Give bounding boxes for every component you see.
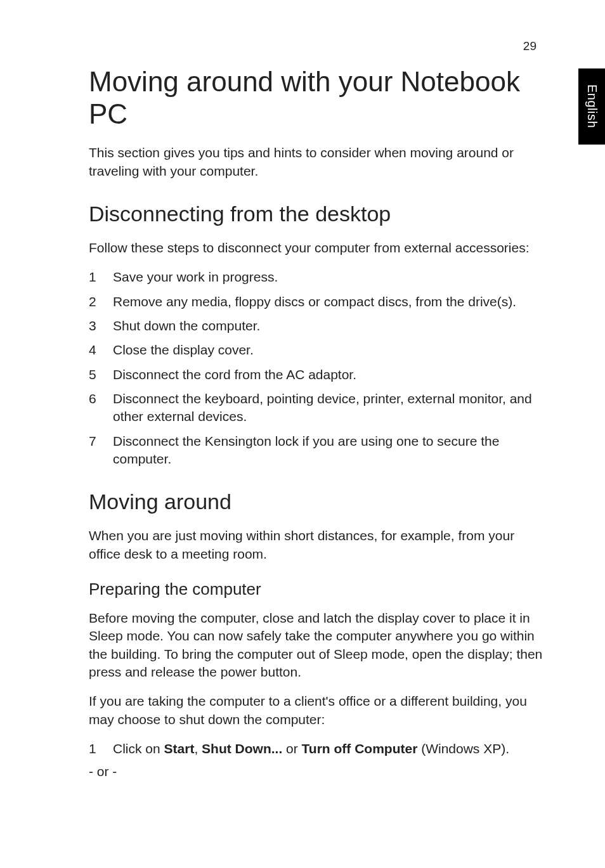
step-text: Save your work in progress. <box>113 268 544 286</box>
step-number: 2 <box>89 293 113 311</box>
text-fragment: , <box>194 741 202 756</box>
step-text: Remove any media, floppy discs or compac… <box>113 293 544 311</box>
step-text: Disconnect the cord from the AC adaptor. <box>113 366 544 384</box>
list-item: 1 Click on Start, Shut Down... or Turn o… <box>89 740 544 758</box>
section-heading-disconnect: Disconnecting from the desktop <box>89 202 544 226</box>
step-text: Click on Start, Shut Down... or Turn off… <box>113 740 544 758</box>
list-item: 5 Disconnect the cord from the AC adapto… <box>89 366 544 384</box>
disconnect-steps-list: 1 Save your work in progress. 2 Remove a… <box>89 268 544 468</box>
moving-lead: When you are just moving within short di… <box>89 527 544 563</box>
intro-paragraph: This section gives you tips and hints to… <box>89 144 544 180</box>
step-text: Disconnect the Kensington lock if you ar… <box>113 432 544 469</box>
disconnect-lead: Follow these steps to disconnect your co… <box>89 239 544 257</box>
step-number: 7 <box>89 432 113 469</box>
list-item: 4 Close the display cover. <box>89 341 544 359</box>
bold-text: Turn off Computer <box>302 741 418 756</box>
step-text: Shut down the computer. <box>113 317 544 335</box>
or-separator: - or - <box>89 764 544 779</box>
section-heading-moving: Moving around <box>89 489 544 514</box>
step-text: Disconnect the keyboard, pointing device… <box>113 390 544 426</box>
page-number: 29 <box>523 39 537 53</box>
language-tab: English <box>578 68 605 145</box>
list-item: 3 Shut down the computer. <box>89 317 544 335</box>
bold-text: Shut Down... <box>202 741 282 756</box>
page-title: Moving around with your Notebook PC <box>89 66 544 130</box>
step-number: 3 <box>89 317 113 335</box>
shutdown-steps-list: 1 Click on Start, Shut Down... or Turn o… <box>89 740 544 758</box>
document-page: 29 English Moving around with your Noteb… <box>0 0 605 868</box>
preparing-paragraph-1: Before moving the computer, close and la… <box>89 609 544 681</box>
list-item: 2 Remove any media, floppy discs or comp… <box>89 293 544 311</box>
text-fragment: (Windows XP). <box>417 741 509 756</box>
preparing-paragraph-2: If you are taking the computer to a clie… <box>89 692 544 729</box>
list-item: 6 Disconnect the keyboard, pointing devi… <box>89 390 544 426</box>
list-item: 7 Disconnect the Kensington lock if you … <box>89 432 544 469</box>
page-content: Moving around with your Notebook PC This… <box>89 66 544 779</box>
step-number: 1 <box>89 740 113 758</box>
subsection-heading-preparing: Preparing the computer <box>89 580 544 599</box>
step-number: 1 <box>89 268 113 286</box>
text-fragment: Click on <box>113 741 164 756</box>
text-fragment: or <box>282 741 301 756</box>
step-number: 4 <box>89 341 113 359</box>
step-number: 5 <box>89 366 113 384</box>
bold-text: Start <box>164 741 195 756</box>
step-number: 6 <box>89 390 113 426</box>
step-text: Close the display cover. <box>113 341 544 359</box>
list-item: 1 Save your work in progress. <box>89 268 544 286</box>
